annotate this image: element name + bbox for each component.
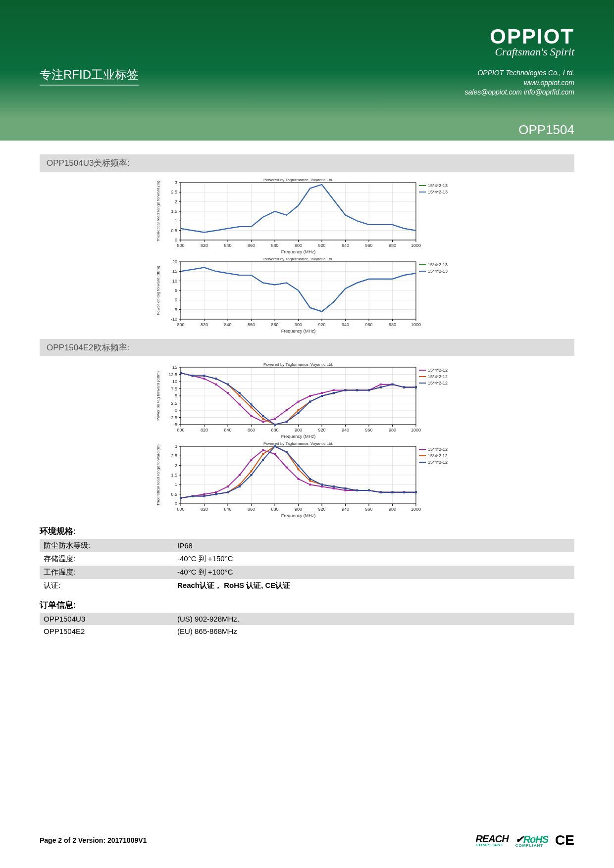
svg-rect-321 [251, 459, 253, 461]
svg-rect-374 [380, 491, 382, 493]
svg-rect-368 [309, 478, 311, 480]
svg-rect-238 [274, 424, 276, 426]
svg-text:2.5: 2.5 [171, 453, 177, 458]
svg-text:Theoretical read range forward: Theoretical read range forward (m) [156, 444, 160, 506]
svg-text:920: 920 [318, 322, 325, 327]
svg-text:900: 900 [295, 322, 302, 327]
svg-text:-2.5: -2.5 [169, 415, 177, 420]
svg-text:960: 960 [365, 243, 372, 248]
svg-rect-216 [262, 418, 264, 420]
svg-rect-234 [227, 384, 229, 386]
table-row: 认证:Reach认证， RoHS 认证, CE认证 [40, 579, 574, 592]
svg-text:0.5: 0.5 [171, 228, 177, 233]
svg-text:-5: -5 [173, 422, 177, 427]
chart-us-readrange: 800820840860880900920940960980100000.511… [154, 176, 460, 255]
svg-text:Power on tag forward (dBm): Power on tag forward (dBm) [156, 371, 160, 421]
svg-rect-324 [286, 467, 288, 469]
svg-rect-241 [309, 401, 311, 403]
svg-rect-233 [215, 378, 217, 380]
svg-text:15*4*2-12: 15*4*2-12 [428, 381, 448, 386]
chart1-block: 800820840860880900920940960980100000.511… [40, 176, 574, 334]
table-row: OPP1504U3(US) 902-928MHz, [40, 613, 574, 625]
svg-text:Powered by Tagformance, Voyant: Powered by Tagformance, Voyantic Ltd. [263, 257, 333, 261]
svg-rect-342 [251, 470, 253, 472]
svg-text:5: 5 [175, 288, 177, 293]
svg-rect-244 [345, 389, 347, 391]
svg-text:3: 3 [175, 444, 177, 449]
svg-rect-360 [215, 493, 217, 495]
svg-rect-322 [262, 449, 264, 451]
svg-rect-197 [286, 409, 288, 411]
svg-rect-205 [380, 384, 382, 386]
chart-us-power: 8008208408608809009209409609801000-10-50… [154, 255, 460, 334]
svg-text:15: 15 [172, 365, 177, 370]
chart-eu-power: 8008208408608809009209409609801000-5-2.5… [154, 360, 460, 439]
svg-text:-10: -10 [171, 317, 177, 322]
svg-text:920: 920 [318, 507, 325, 512]
svg-text:3: 3 [175, 180, 177, 185]
svg-rect-199 [309, 395, 311, 397]
table-row: 防尘防水等级:IP68 [40, 539, 574, 552]
svg-text:880: 880 [271, 507, 278, 512]
svg-rect-231 [192, 375, 194, 377]
svg-rect-329 [345, 489, 347, 491]
rohs-badge: ✔RoHSCOMPLIANT [515, 833, 548, 848]
svg-rect-363 [251, 474, 253, 476]
spec-label: OPP1504E2 [40, 625, 173, 637]
svg-text:Frequency (MHz): Frequency (MHz) [281, 434, 316, 439]
svg-text:1.5: 1.5 [171, 209, 177, 214]
table-row: 工作温度:-40°C 到 +100°C [40, 566, 574, 579]
svg-rect-346 [298, 468, 300, 470]
svg-rect-376 [403, 491, 405, 493]
svg-rect-377 [415, 491, 417, 493]
content: OPP1504U3美标频率: 8008208408608809009209409… [0, 141, 614, 637]
svg-text:15*4*2 12: 15*4*2 12 [428, 453, 448, 458]
svg-rect-250 [415, 386, 417, 388]
svg-text:1000: 1000 [411, 428, 421, 433]
svg-text:1.5: 1.5 [171, 473, 177, 478]
svg-text:840: 840 [224, 322, 231, 327]
svg-text:940: 940 [342, 428, 349, 433]
svg-text:820: 820 [201, 428, 208, 433]
svg-rect-367 [298, 465, 300, 467]
svg-rect-347 [309, 480, 311, 482]
svg-rect-362 [239, 485, 241, 487]
svg-rect-196 [274, 418, 276, 420]
svg-text:920: 920 [318, 428, 325, 433]
svg-text:15*4*2-13: 15*4*2-13 [428, 262, 448, 267]
svg-text:820: 820 [201, 322, 208, 327]
svg-rect-366 [286, 451, 288, 453]
svg-text:-5: -5 [173, 307, 177, 312]
svg-rect-370 [333, 485, 335, 487]
svg-text:800: 800 [177, 507, 184, 512]
svg-rect-214 [239, 395, 241, 397]
svg-text:15*4*2-12: 15*4*2-12 [428, 368, 448, 373]
svg-rect-192 [227, 392, 229, 394]
spec-value: -40°C 到 +150°C [173, 552, 574, 566]
svg-text:20: 20 [172, 259, 177, 264]
svg-text:940: 940 [342, 322, 349, 327]
svg-rect-343 [262, 453, 264, 455]
svg-text:Powered by Tagformance, Voyant: Powered by Tagformance, Voyantic Ltd. [263, 441, 333, 446]
svg-text:Powered by Tagformance, Voyant: Powered by Tagformance, Voyantic Ltd. [263, 178, 333, 182]
svg-text:980: 980 [389, 322, 396, 327]
svg-text:7.5: 7.5 [171, 386, 177, 391]
table-row: 存储温度:-40°C 到 +150°C [40, 552, 574, 566]
svg-rect-359 [204, 495, 205, 497]
product-code: OPP1504 [518, 122, 574, 138]
spec-label: OPP1504U3 [40, 613, 173, 625]
spec-value: IP68 [173, 539, 574, 552]
svg-text:15*4*2-13: 15*4*2-13 [428, 269, 448, 274]
svg-rect-191 [215, 384, 217, 386]
spec-value: (EU) 865-868MHz [173, 625, 574, 637]
svg-text:840: 840 [224, 243, 231, 248]
svg-text:Frequency (MHz): Frequency (MHz) [281, 249, 316, 254]
svg-rect-239 [286, 421, 288, 423]
svg-rect-369 [321, 483, 323, 485]
logo-tagline: Craftsman's Spirit [465, 46, 574, 58]
product-band: OPP1504 [0, 119, 614, 141]
svg-text:2.5: 2.5 [171, 190, 177, 194]
svg-rect-325 [298, 478, 300, 480]
svg-text:1000: 1000 [411, 243, 421, 248]
svg-text:900: 900 [295, 243, 302, 248]
